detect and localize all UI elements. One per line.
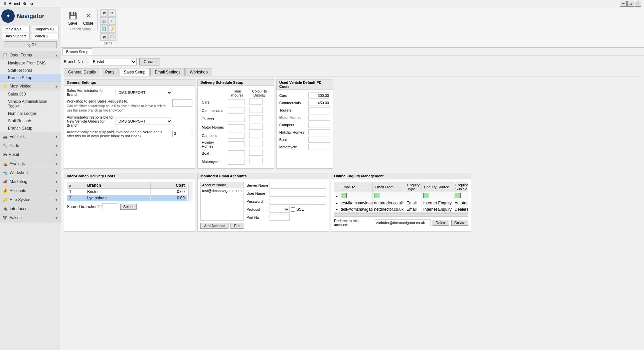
- select-button[interactable]: Select: [120, 204, 137, 210]
- tab-general-details[interactable]: General Details: [64, 68, 100, 76]
- skin-btn-4[interactable]: 📧: [108, 17, 116, 25]
- enquiry-filter-sub[interactable]: [455, 193, 461, 198]
- pdi-input-boat[interactable]: [308, 137, 330, 143]
- ds-time-campers[interactable]: [228, 133, 245, 139]
- sidebar-section-parts-header[interactable]: 🔧 Parts ▼: [0, 141, 61, 150]
- enquiry-create-button[interactable]: Create: [451, 220, 468, 226]
- branch-setup-tab[interactable]: Branch Setup: [62, 48, 92, 55]
- enquiry-row-netdirector[interactable]: ▸ test@dmsnavigator.com netdirector.co.u…: [334, 206, 469, 213]
- enquiry-hscrollbar[interactable]: [334, 213, 468, 217]
- enquiry-row-autotrader[interactable]: ▸ test@dmsnavigator.com autotrader.co.uk…: [334, 200, 469, 206]
- sidebar-item-sales360[interactable]: Sales 360: [0, 91, 61, 98]
- minimize-button[interactable]: ─: [620, 1, 627, 7]
- branch-create-button[interactable]: Create: [139, 58, 160, 65]
- close-button[interactable]: ✕: [635, 1, 641, 7]
- redirect-input[interactable]: [375, 219, 431, 226]
- sidebar-item-vehicle-admin[interactable]: Vehicle Administration Toolkit: [0, 98, 61, 110]
- skin-btn-5[interactable]: 🪟: [100, 25, 108, 33]
- sidebar-section-parts: 🔧 Parts ▼: [0, 141, 61, 150]
- branch-row-bristol[interactable]: 1 Bristol 0.00: [67, 189, 187, 195]
- ds-time-holiday-homes[interactable]: [228, 141, 245, 147]
- admin-responsible-select[interactable]: DMS SUPPORT: [116, 118, 172, 125]
- ds-time-boat[interactable]: [228, 150, 245, 156]
- sidebar-item-branch-setup-open[interactable]: Branch Setup: [0, 74, 61, 81]
- server-name-input[interactable]: [270, 182, 326, 189]
- sidebar-item-branch-setup-mv[interactable]: Branch Setup: [0, 125, 61, 132]
- enquiry-filter-email-from[interactable]: [374, 193, 380, 198]
- version-box: Ver 2.0.53: [2, 26, 30, 32]
- save-button[interactable]: 💾 Save: [66, 9, 80, 27]
- ds-time-commercials[interactable]: [228, 108, 245, 114]
- pdi-input-commercials[interactable]: [308, 100, 330, 106]
- sales-admin-select[interactable]: DMS SUPPORT: [116, 89, 172, 96]
- edit-account-button[interactable]: Edit: [230, 223, 244, 229]
- ds-time-motor-homes[interactable]: [228, 124, 245, 130]
- ds-row-campers: Campers: [200, 131, 271, 140]
- sidebar-section-interfaces-header[interactable]: 🔌 Interfaces ▼: [0, 204, 61, 213]
- password-input[interactable]: [270, 198, 326, 205]
- ds-colour-boat[interactable]: [249, 150, 263, 156]
- pdi-input-tourers[interactable]: [308, 107, 330, 113]
- sidebar-item-nominal-ledger[interactable]: Nominal Ledger: [0, 110, 61, 117]
- skin-btn-7[interactable]: 🖥: [100, 33, 108, 41]
- skin-btn-1[interactable]: 🖥: [100, 9, 108, 17]
- sidebar-item-staff-records-open[interactable]: Staff Records: [0, 67, 61, 74]
- enquiry-col-type: Enquiry Type: [405, 182, 422, 192]
- tab-parts[interactable]: Parts: [101, 68, 119, 76]
- sidebar-section-accounts-header[interactable]: 💰 Accounts ▼: [0, 186, 61, 195]
- ssl-checkbox[interactable]: [291, 207, 295, 212]
- skin-btn-3[interactable]: 🏢: [100, 17, 108, 25]
- sidebar-section-falcon-header[interactable]: 🦅 Falcon ▼: [0, 213, 61, 222]
- account-list-item[interactable]: test@dmsnavigator.com: [201, 188, 244, 193]
- sidebar-section-open-forms-header[interactable]: 📋 Open Forms ▲: [0, 51, 61, 59]
- sidebar-section-vehicles-header[interactable]: 🚗 Vehicles ▼: [0, 132, 61, 141]
- ds-colour-commercials[interactable]: [249, 107, 263, 113]
- ds-time-cars[interactable]: [228, 99, 245, 105]
- pdi-input-motorcycle[interactable]: [308, 144, 330, 150]
- ds-time-tourers[interactable]: [228, 116, 245, 122]
- tab-email-settings[interactable]: Email Settings: [150, 68, 185, 76]
- log-off-button[interactable]: Log Off: [4, 41, 57, 48]
- skin-btn-2[interactable]: ⚙: [108, 9, 116, 17]
- ds-colour-campers[interactable]: [249, 132, 263, 138]
- pdi-input-cars[interactable]: [308, 93, 330, 99]
- restore-button[interactable]: □: [627, 1, 634, 7]
- ds-colour-motorcycle[interactable]: [249, 158, 263, 164]
- pdi-input-motor-homes[interactable]: [308, 115, 330, 121]
- sidebar-section-workshop-header[interactable]: 🔩 Workshop ▼: [0, 168, 61, 177]
- sidebar-section-retail-header[interactable]: 🛍 Retail ▼: [0, 150, 61, 159]
- shared-branches-input[interactable]: [102, 203, 118, 210]
- port-no-input[interactable]: [270, 214, 290, 221]
- sidebar-section-marketing-header[interactable]: 📣 Marketing ▼: [0, 177, 61, 186]
- skin-btn-6[interactable]: 📝: [108, 25, 116, 33]
- auto-close-input[interactable]: [172, 130, 192, 137]
- ds-colour-holiday-homes[interactable]: [249, 141, 263, 147]
- ds-colour-cars[interactable]: [249, 99, 263, 105]
- pdi-input-holiday-homes[interactable]: [308, 129, 330, 135]
- sidebar-item-staff-records-mv[interactable]: Staff Records: [0, 117, 61, 125]
- sidebar-section-most-visited-header[interactable]: ⭐ Most Visited ▲: [0, 82, 61, 91]
- user-name-input[interactable]: [270, 190, 326, 197]
- ds-colour-motor-homes[interactable]: [249, 124, 263, 130]
- branch-no-select[interactable]: Bristol Lympsham: [90, 58, 137, 65]
- close-toolbar-button[interactable]: ✕ Close: [81, 9, 95, 27]
- enquiry-filter-email-to[interactable]: [341, 193, 347, 198]
- tab-sales-setup[interactable]: Sales Setup: [120, 68, 150, 76]
- add-account-button[interactable]: Add Account: [200, 223, 228, 229]
- enquiry-filter-source[interactable]: [423, 193, 429, 198]
- skin-btn-8[interactable]: 📋: [108, 33, 116, 41]
- sidebar-item-navigator-from-dms[interactable]: Navigator From DMS: [0, 59, 61, 67]
- ds-colour-tourers[interactable]: [249, 115, 263, 121]
- password-row: Password: [247, 198, 326, 205]
- sidebar-section-awnings-header[interactable]: ⛺ Awnings ▼: [0, 159, 61, 168]
- sidebar-section-hire-header[interactable]: 🔑 Hire System ▼: [0, 195, 61, 204]
- workshop-chevron: ▼: [55, 171, 58, 175]
- workshop-send-input[interactable]: [172, 99, 192, 107]
- tab-workshop[interactable]: Workshop: [185, 68, 212, 76]
- protocol-select[interactable]: [270, 206, 290, 213]
- pdi-input-campers[interactable]: [308, 122, 330, 128]
- inter-branch-scrollbar[interactable]: [188, 182, 192, 201]
- delete-button[interactable]: Delete: [433, 220, 449, 226]
- ds-time-motorcycle[interactable]: [228, 159, 245, 165]
- branch-row-lympsham[interactable]: 2 Lympsham 0.00: [67, 195, 187, 201]
